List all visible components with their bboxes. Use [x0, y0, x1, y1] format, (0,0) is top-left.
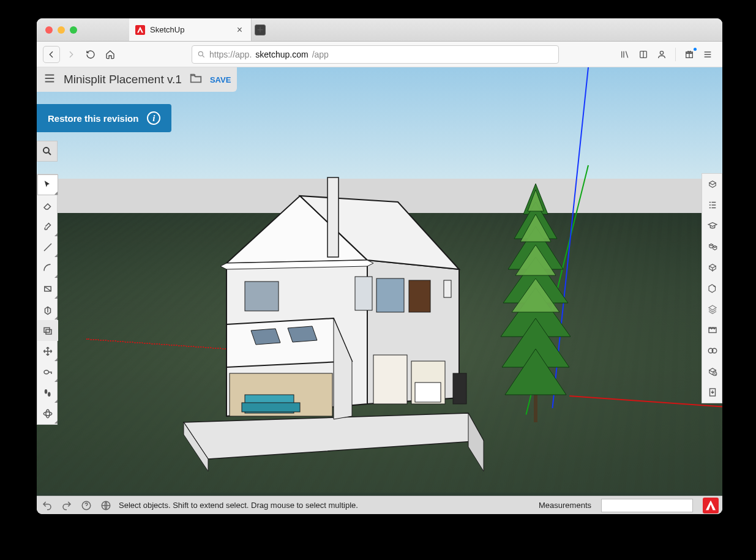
- walk-tool[interactable]: [37, 383, 58, 403]
- project-title: Minisplit Placement v.1: [64, 73, 182, 86]
- measurements-label: Measurements: [539, 501, 591, 510]
- window-controls: [37, 26, 77, 34]
- svg-rect-38: [242, 403, 300, 412]
- window-minimize-button[interactable]: [58, 26, 65, 34]
- svg-rect-33: [409, 280, 430, 312]
- svg-point-4: [43, 147, 49, 153]
- tab-close-icon[interactable]: ×: [237, 24, 242, 35]
- outliner-panel[interactable]: [702, 195, 722, 215]
- tree-model: [490, 171, 582, 435]
- window-close-button[interactable]: [45, 26, 53, 34]
- language-button[interactable]: [99, 499, 113, 512]
- reader-icon[interactable]: [635, 46, 652, 63]
- orbit-tool[interactable]: [37, 403, 58, 424]
- svg-marker-18: [184, 413, 484, 459]
- status-hint: Select objects. Shift to extend select. …: [119, 501, 358, 510]
- restore-revision-banner[interactable]: Restore this revision i: [37, 104, 171, 132]
- address-bar[interactable]: https://app.sketchup.com/app: [192, 45, 559, 64]
- forward-button[interactable]: [62, 46, 80, 63]
- rectangle-tool[interactable]: [37, 278, 58, 299]
- new-tab-button[interactable]: +: [252, 24, 269, 35]
- save-button[interactable]: SAVE: [210, 75, 231, 84]
- tags-panel[interactable]: [702, 299, 722, 319]
- app-header: Minisplit Placement v.1 SAVE: [37, 67, 237, 92]
- svg-point-11: [43, 412, 52, 416]
- materials-panel[interactable]: [702, 257, 722, 278]
- tool-search-button[interactable]: [37, 141, 58, 162]
- restore-label: Restore this revision: [48, 113, 138, 124]
- svg-point-0: [198, 51, 203, 56]
- whatsnew-icon[interactable]: [681, 46, 698, 63]
- browser-tab[interactable]: SketchUp ×: [129, 18, 252, 41]
- browser-right-icons: [616, 46, 716, 63]
- folder-icon[interactable]: [189, 72, 203, 88]
- sketchup-favicon: [135, 25, 145, 35]
- components-panel[interactable]: [702, 236, 722, 257]
- account-icon[interactable]: [653, 46, 670, 63]
- home-button[interactable]: [102, 46, 119, 63]
- offset-tool[interactable]: [37, 320, 58, 341]
- redo-button[interactable]: [60, 499, 73, 512]
- window-titlebar: SketchUp × +: [37, 18, 722, 42]
- back-button[interactable]: [43, 46, 60, 63]
- tab-title: SketchUp: [150, 25, 184, 34]
- left-toolbar: [37, 174, 58, 425]
- entity-info-panel[interactable]: [702, 174, 722, 195]
- tape-tool[interactable]: [37, 362, 58, 383]
- svg-point-10: [48, 392, 51, 397]
- menu-icon[interactable]: [699, 46, 716, 63]
- instructor-panel[interactable]: [702, 215, 722, 236]
- measurements-input[interactable]: [601, 499, 693, 512]
- svg-point-2: [660, 51, 663, 54]
- window-zoom-button[interactable]: [70, 26, 77, 34]
- reload-button[interactable]: [82, 46, 99, 63]
- help-button[interactable]: [80, 499, 93, 512]
- svg-rect-34: [355, 277, 372, 310]
- styles-panel[interactable]: [702, 278, 722, 299]
- svg-rect-42: [453, 373, 466, 404]
- status-bar: Select objects. Shift to extend select. …: [37, 496, 722, 514]
- pushpull-tool[interactable]: [37, 299, 58, 320]
- browser-window: SketchUp × + https://app.sketchup.com/ap…: [37, 18, 722, 514]
- browser-toolbar: https://app.sketchup.com/app: [37, 42, 722, 67]
- svg-marker-30: [288, 326, 317, 342]
- svg-rect-39: [373, 355, 407, 404]
- svg-marker-29: [251, 329, 280, 345]
- library-icon[interactable]: [616, 46, 634, 63]
- eraser-tool[interactable]: [37, 195, 58, 216]
- select-tool[interactable]: [37, 174, 58, 195]
- model-info-panel[interactable]: [702, 361, 722, 382]
- search-icon: [197, 50, 206, 59]
- info-icon[interactable]: i: [147, 111, 160, 125]
- export-panel[interactable]: [702, 382, 722, 403]
- svg-rect-35: [444, 280, 451, 297]
- sketchup-logo-icon[interactable]: [703, 498, 719, 513]
- svg-marker-27: [226, 318, 352, 367]
- svg-rect-31: [245, 282, 279, 311]
- move-tool[interactable]: [37, 341, 58, 362]
- svg-marker-19: [468, 413, 484, 471]
- arc-tool[interactable]: [37, 258, 58, 278]
- svg-rect-41: [415, 383, 441, 402]
- svg-point-8: [44, 370, 49, 374]
- svg-point-12: [46, 409, 50, 418]
- undo-button[interactable]: [40, 499, 54, 512]
- svg-point-9: [45, 389, 48, 394]
- right-panels: [702, 173, 722, 403]
- display-panel[interactable]: [702, 340, 722, 361]
- hamburger-button[interactable]: [43, 72, 56, 88]
- scenes-panel[interactable]: [702, 319, 722, 340]
- paint-tool[interactable]: [37, 216, 58, 237]
- line-tool[interactable]: [37, 237, 58, 258]
- svg-rect-32: [376, 278, 404, 312]
- svg-rect-26: [327, 177, 339, 257]
- house-model: [171, 141, 490, 471]
